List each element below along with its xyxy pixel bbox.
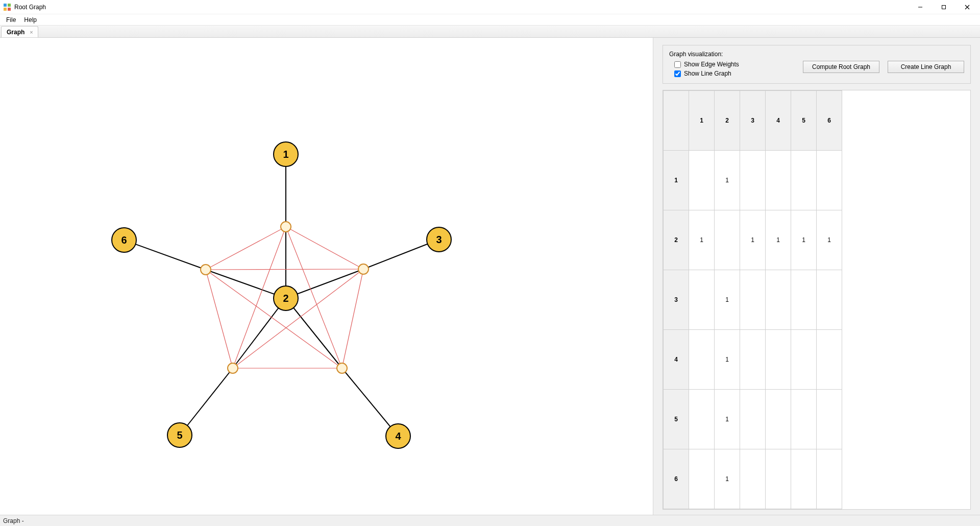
matrix-row-header[interactable]: 1	[664, 151, 689, 210]
tabbar: Graph ×	[0, 26, 980, 38]
show-edge-weights-checkbox[interactable]	[674, 61, 681, 68]
menu-help[interactable]: Help	[20, 15, 41, 25]
matrix-cell[interactable]: 1	[817, 210, 842, 270]
show-line-graph-check[interactable]: Show Line Graph	[674, 70, 739, 77]
matrix-cell[interactable]: 1	[766, 210, 791, 270]
matrix-cell[interactable]	[766, 390, 791, 449]
matrix-cell[interactable]	[791, 151, 817, 210]
matrix-cell[interactable]	[715, 210, 740, 270]
matrix-col-header[interactable]: 2	[715, 91, 740, 151]
svg-line-17	[206, 270, 286, 298]
matrix-cell[interactable]	[689, 270, 715, 330]
matrix-cell[interactable]: 1	[715, 449, 740, 509]
svg-line-19	[206, 227, 286, 270]
matrix-cell[interactable]	[791, 330, 817, 390]
matrix-cell[interactable]	[689, 449, 715, 509]
matrix-cell[interactable]	[766, 330, 791, 390]
svg-line-23	[342, 269, 363, 368]
matrix-cell[interactable]: 1	[791, 210, 817, 270]
matrix-cell[interactable]	[817, 390, 842, 449]
statusbar: Graph -	[0, 515, 980, 526]
svg-line-24	[233, 269, 363, 368]
graph-node-label: 4	[395, 431, 401, 442]
matrix-row-header[interactable]: 4	[664, 330, 689, 390]
side-panel: Graph visualization: Show Edge Weights S…	[653, 38, 980, 515]
graph-node-label: 3	[436, 234, 442, 245]
tab-graph[interactable]: Graph ×	[1, 26, 38, 37]
matrix-cell[interactable]	[740, 330, 766, 390]
line-graph-node[interactable]	[228, 363, 238, 373]
status-text: Graph -	[3, 517, 24, 524]
matrix-cell[interactable]	[766, 151, 791, 210]
matrix-cell[interactable]: 1	[715, 390, 740, 449]
show-edge-weights-check[interactable]: Show Edge Weights	[674, 61, 739, 68]
matrix-cell[interactable]	[817, 270, 842, 330]
tab-close-icon[interactable]: ×	[28, 29, 35, 36]
matrix-cell[interactable]: 1	[689, 210, 715, 270]
graph-node-label: 6	[121, 234, 127, 246]
svg-rect-1	[8, 4, 11, 7]
matrix-cell[interactable]	[791, 270, 817, 330]
graph-node-label: 5	[177, 429, 182, 441]
matrix-cell[interactable]	[791, 449, 817, 509]
matrix-cell[interactable]	[766, 449, 791, 509]
show-line-graph-checkbox[interactable]	[674, 70, 681, 77]
adjacency-matrix-table[interactable]: 1234561121111131415161	[663, 90, 842, 509]
show-edge-weights-label: Show Edge Weights	[684, 61, 739, 68]
line-graph-node[interactable]	[337, 363, 347, 373]
matrix-cell[interactable]	[791, 390, 817, 449]
svg-rect-2	[4, 8, 7, 11]
matrix-col-header[interactable]: 6	[817, 91, 842, 151]
matrix-row-header[interactable]: 6	[664, 449, 689, 509]
close-button[interactable]	[955, 0, 979, 14]
svg-line-26	[206, 270, 233, 368]
matrix-row-header[interactable]: 3	[664, 270, 689, 330]
matrix-cell[interactable]	[817, 330, 842, 390]
matrix-cell[interactable]	[740, 270, 766, 330]
matrix-cell[interactable]: 1	[715, 151, 740, 210]
tab-label: Graph	[7, 29, 24, 36]
line-graph-node[interactable]	[201, 265, 211, 275]
matrix-cell[interactable]: 1	[715, 270, 740, 330]
show-line-graph-label: Show Line Graph	[684, 70, 731, 77]
svg-line-14	[180, 368, 233, 435]
matrix-col-header[interactable]: 4	[766, 91, 791, 151]
matrix-col-header[interactable]: 5	[791, 91, 817, 151]
matrix-cell[interactable]	[740, 449, 766, 509]
matrix-cell[interactable]: 1	[715, 330, 740, 390]
window-controls	[909, 0, 979, 14]
matrix-corner	[664, 91, 689, 151]
titlebar: Root Graph	[0, 0, 980, 14]
matrix-col-header[interactable]: 1	[689, 91, 715, 151]
svg-rect-3	[8, 8, 11, 11]
matrix-cell[interactable]	[817, 449, 842, 509]
graph-visualization-group: Graph visualization: Show Edge Weights S…	[663, 45, 971, 84]
graph-node-label: 1	[283, 149, 288, 160]
window-title: Root Graph	[14, 4, 46, 11]
workarea: 123456 Graph visualization: Show Edge We…	[0, 38, 980, 515]
matrix-cell[interactable]	[689, 390, 715, 449]
menu-file[interactable]: File	[2, 15, 20, 25]
app-icon	[3, 3, 11, 11]
matrix-cell[interactable]: 1	[740, 210, 766, 270]
matrix-cell[interactable]	[766, 270, 791, 330]
matrix-cell[interactable]	[740, 151, 766, 210]
matrix-cell[interactable]	[817, 151, 842, 210]
matrix-row-header[interactable]: 5	[664, 390, 689, 449]
matrix-col-header[interactable]: 3	[740, 91, 766, 151]
compute-root-graph-button[interactable]: Compute Root Graph	[803, 61, 879, 73]
svg-line-12	[342, 368, 398, 436]
create-line-graph-button[interactable]: Create Line Graph	[888, 61, 964, 73]
matrix-row-header[interactable]: 2	[664, 210, 689, 270]
matrix-cell[interactable]	[689, 330, 715, 390]
matrix-cell[interactable]	[740, 390, 766, 449]
minimize-button[interactable]	[909, 0, 932, 14]
graph-node-label: 2	[283, 293, 288, 304]
svg-line-13	[286, 298, 342, 368]
matrix-cell[interactable]	[689, 151, 715, 210]
line-graph-node[interactable]	[281, 222, 291, 232]
svg-rect-0	[4, 4, 7, 7]
maximize-button[interactable]	[932, 0, 955, 14]
line-graph-node[interactable]	[358, 264, 369, 274]
graph-canvas[interactable]: 123456	[0, 38, 653, 515]
